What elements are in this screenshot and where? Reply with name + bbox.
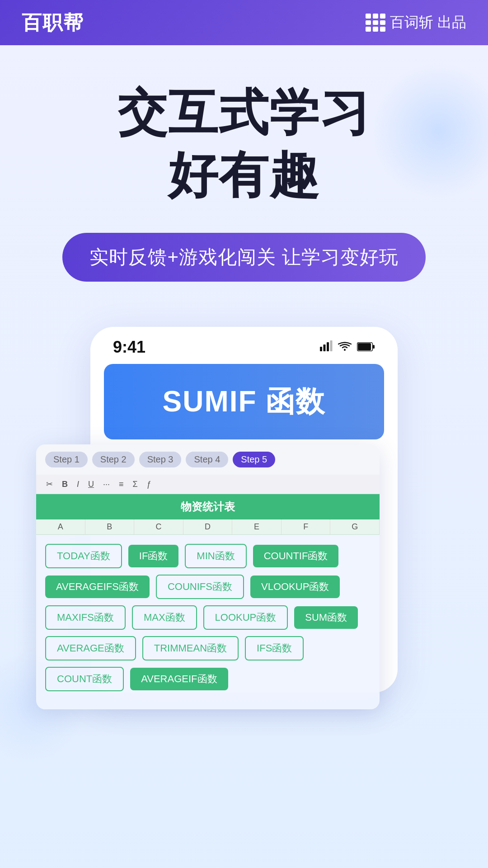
hero-section: 交互式学习 好有趣 实时反馈+游戏化闯关 让学习变好玩 Step 1 Step … <box>0 45 488 868</box>
battery-icon <box>357 340 375 354</box>
step-tab-1[interactable]: Step 1 <box>45 452 88 467</box>
excel-header-row: A B C D E F G <box>36 519 380 535</box>
step-tab-5[interactable]: Step 5 <box>233 452 275 467</box>
brand-icon <box>366 14 385 32</box>
func-tag-counifs[interactable]: COUNIFS函数 <box>156 575 244 599</box>
sheet-title: 物资统计表 <box>36 494 380 519</box>
toolbar-cut[interactable]: ✂ <box>43 478 56 490</box>
func-tag-maxifs[interactable]: MAXIFS函数 <box>45 605 126 630</box>
excel-toolbar: ✂ B I U ··· ≡ Σ ƒ <box>36 475 380 494</box>
sumif-banner: SUMIF 函数 <box>104 364 384 439</box>
svg-rect-0 <box>320 347 322 351</box>
svg-rect-6 <box>373 345 375 349</box>
func-tag-averageifs[interactable]: AVERAGEIFS函数 <box>45 576 150 598</box>
svg-rect-2 <box>327 342 329 351</box>
func-tag-if[interactable]: IF函数 <box>128 545 179 567</box>
svg-point-4 <box>344 349 346 351</box>
hero-badge: 实时反馈+游戏化闯关 让学习变好玩 <box>62 233 425 282</box>
col-f: F <box>282 519 331 534</box>
excel-overlay-card: Step 1 Step 2 Step 3 Step 4 Step 5 ✂ B I… <box>36 444 380 709</box>
col-d: D <box>183 519 233 534</box>
signal-icon <box>320 340 333 354</box>
status-icons <box>320 340 375 354</box>
toolbar-sum[interactable]: Σ <box>130 479 141 490</box>
brand-label: 百词斩 出品 <box>390 13 466 33</box>
func-tag-trimmean[interactable]: TRIMMEAN函数 <box>142 636 239 660</box>
hero-title: 交互式学习 好有趣 <box>27 81 461 206</box>
col-a: A <box>36 519 85 534</box>
toolbar-func[interactable]: ƒ <box>144 479 154 490</box>
step-tab-2[interactable]: Step 2 <box>92 452 135 467</box>
func-tag-max[interactable]: MAX函数 <box>132 605 197 630</box>
func-tag-countif[interactable]: COUNTIF函数 <box>253 545 339 567</box>
step-tabs-row: Step 1 Step 2 Step 3 Step 4 Step 5 <box>36 444 380 475</box>
toolbar-align[interactable]: ≡ <box>116 479 127 490</box>
status-time: 9:41 <box>113 338 145 357</box>
step-tab-4[interactable]: Step 4 <box>186 452 228 467</box>
func-tag-sum[interactable]: SUM函数 <box>294 606 358 629</box>
func-tag-average[interactable]: AVERAGE函数 <box>45 636 136 660</box>
svg-rect-1 <box>324 344 326 351</box>
wifi-icon <box>338 340 352 354</box>
toolbar-italic[interactable]: I <box>74 479 82 490</box>
toolbar-bold[interactable]: B <box>59 479 70 490</box>
col-e: E <box>232 519 282 534</box>
svg-rect-3 <box>330 340 333 351</box>
toolbar-more[interactable]: ··· <box>100 479 113 490</box>
step-tab-3[interactable]: Step 3 <box>139 452 182 467</box>
func-tag-ifs[interactable]: IFS函数 <box>245 636 304 660</box>
func-tag-averageif[interactable]: AVERAGEIF函数 <box>130 668 228 690</box>
col-g: G <box>330 519 380 534</box>
app-header: 百职帮 百词斩 出品 <box>0 0 488 45</box>
toolbar-underline[interactable]: U <box>85 479 97 490</box>
func-tag-min[interactable]: MIN函数 <box>185 544 246 568</box>
func-tag-lookup[interactable]: LOOKUP函数 <box>203 605 288 630</box>
col-b: B <box>85 519 135 534</box>
status-bar: 9:41 <box>90 327 398 364</box>
func-tags-cloud: TODAY函数 IF函数 MIN函数 COUNTIF函数 AVERAGEIFS函… <box>36 535 380 696</box>
func-tag-today[interactable]: TODAY函数 <box>45 544 122 568</box>
func-tag-count[interactable]: COUNT函数 <box>45 667 124 691</box>
func-tag-vlookup[interactable]: VLOOKUP函数 <box>250 576 340 598</box>
phone-area: Step 1 Step 2 Step 3 Step 4 Step 5 ✂ B I… <box>27 327 461 693</box>
app-logo: 百职帮 <box>22 9 84 36</box>
col-c: C <box>134 519 183 534</box>
svg-rect-7 <box>358 343 371 350</box>
sumif-text: SUMIF 函数 <box>104 382 384 421</box>
brand-area: 百词斩 出品 <box>366 13 466 33</box>
